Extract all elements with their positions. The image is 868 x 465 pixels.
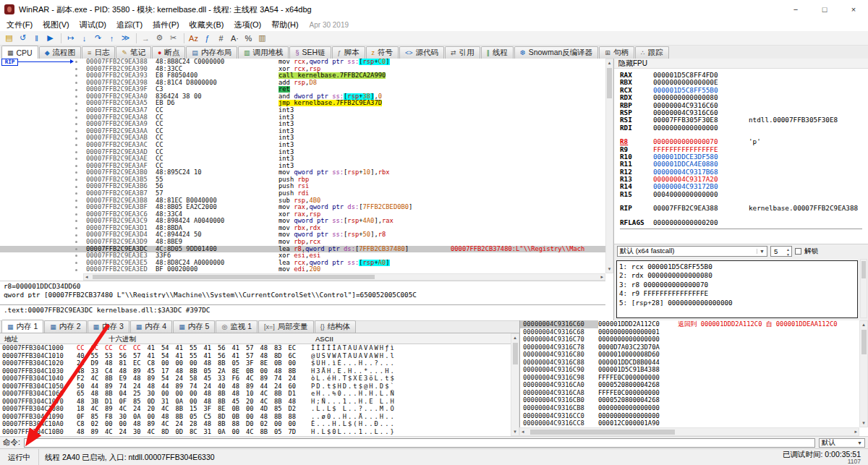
dump-row[interactable]: 00007FFB304C102024D94881ECC8000000488B05… [0,359,511,367]
dump-row[interactable]: 00007FFB304C1070483BD10F850D310A00488B45… [0,398,511,406]
bottom-tab-内存 2[interactable]: ▦内存 2 [44,320,86,333]
args-row[interactable]: 1: rcx 000001D5C8FF55B0 [619,263,855,271]
args-row[interactable]: 2: rdx 0000000000000080 [619,271,855,280]
step-out-icon[interactable]: ↑ [106,32,118,44]
trace-icon[interactable]: → [140,32,152,44]
tab-脚本[interactable]: ƒ脚本 [332,46,365,59]
stack-vertical-scrollbar[interactable]: ▴ ▾ [859,320,868,427]
memory-dump-view[interactable]: 地址 十六进制 ASCII 00007FFB304C1000CCCCCCCCCC… [0,333,511,436]
maximize-icon[interactable]: □ [810,0,839,19]
menu-item-调试D[interactable]: 调试(D) [75,20,111,30]
dump-row[interactable]: 00007FFB304C10304833C448894517488B052A8E… [0,367,511,375]
register-row[interactable]: RIP00007FFB2C9EA388kernelbase.00007FFB2C… [620,205,868,212]
stack-row[interactable]: 00000004C9316CB80000000000000000 [520,404,859,412]
help-book-icon[interactable]: ▥ [256,32,268,44]
step-into-icon[interactable]: ↓ [78,32,90,44]
menu-item-视图V[interactable]: 视图(V) [38,20,75,30]
stack-row[interactable]: 00000004C9316C98FFFFE0C000000000 [520,374,859,382]
stack-row[interactable]: 00000004C9316CC8000012C000001A90 [520,419,859,427]
restart-icon[interactable]: ↺ [17,32,29,44]
dump-row[interactable]: 00007FFB304C10B048894C24304C8D0D8C310A00… [0,428,511,436]
tab-内存布局[interactable]: ▤内存布局 [186,46,237,59]
menu-item-选项O[interactable]: 选项(O) [229,20,266,30]
disasm-row[interactable]: 00007FFB2C9EA3EDBF 00020000mov edi,200 [0,266,605,273]
menu-item-帮助H[interactable]: 帮助(H) [266,20,303,30]
args-vertical-scrollbar[interactable] [860,259,867,318]
argument-count-spinner[interactable]: 5 ▲▼ [770,246,792,257]
dump-row[interactable]: 00007FFB304C1080184C894C24204C8B153F8E0B… [0,405,511,413]
stack-row[interactable]: 00000004C9316C60000001DDD2A112C0返回到 0000… [520,320,859,328]
bottom-tab-内存 1[interactable]: ▦内存 1 [1,320,43,333]
calculator-icon[interactable]: % [242,32,255,44]
menu-item-收藏夹B[interactable]: 收藏夹(B) [184,20,229,30]
unlock-checkbox[interactable] [795,248,801,255]
stack-row[interactable]: 00000004C9316CA00000520800004268 [520,381,859,389]
stack-row[interactable]: 00000004C9316C780000D7A03C23D70A [520,344,859,351]
disasm-vertical-scrollbar[interactable]: ▴ ▾ [605,59,613,273]
stack-row[interactable]: 00000004C9316CB00000520800004268 [520,396,859,404]
pause-icon[interactable]: ‖ [30,32,43,44]
run-icon[interactable]: ▶ [44,32,56,44]
step-over-icon[interactable]: ↷ [92,32,104,44]
register-row[interactable]: RDX0000000000000080 [620,94,868,101]
command-input[interactable] [24,438,815,448]
menu-item-插件P[interactable]: 插件(P) [148,20,184,30]
register-row[interactable]: R80000000000000070'p' [620,138,868,145]
stack-horizontal-scrollbar[interactable]: ◂ ▸ [519,427,859,436]
tab-笔记[interactable]: ✎笔记 [116,46,151,59]
bottom-tab-内存 4[interactable]: ▦内存 4 [130,320,172,333]
stack-row[interactable]: 00000004C9316C88000001DDCD8B0044 [520,359,859,367]
dump-row[interactable]: 00007FFB304C10900F85F8300A00488B05C58D0B… [0,413,511,421]
assemble-icon[interactable]: # [215,32,227,44]
scissors-icon[interactable]: ✂ [167,32,179,44]
tab-调用堆栈[interactable]: ▥调用堆栈 [238,46,289,59]
args-row[interactable]: 4: r9 FFFFFFFFFFFFFFFE [619,289,855,298]
stack-view[interactable]: 00000004C9316C60000001DDD2A112C0返回到 0000… [519,320,859,427]
tab-CPU[interactable]: ▦CPU [1,46,38,59]
tab-断点[interactable]: ●断点 [152,46,185,59]
function-icon[interactable]: ƒ [201,32,213,44]
tab-Snowman反编译器[interactable]: ❆Snowman反编译器 [514,46,598,59]
tab-句柄[interactable]: ⊞句柄 [599,46,634,59]
menu-item-文件F[interactable]: 文件(F) [1,20,38,30]
run-to-user-code-icon[interactable]: ↦ [64,32,77,44]
dump-row[interactable]: 00007FFB304C10A0C802000048894C2428488B88… [0,420,511,428]
tab-流程图[interactable]: ◆流程图 [39,46,81,59]
dump-row[interactable]: 00007FFB304C1050504489742448448974244048… [0,383,511,391]
menu-item-追踪T[interactable]: 追踪(T) [111,20,148,30]
command-profile-select[interactable]: 默认 ▼ [819,438,865,448]
bottom-tab-结构体[interactable]: {}结构体 [315,320,357,333]
register-row[interactable]: RDI0000000000000000 [620,124,868,132]
bottom-tab-局部变量[interactable]: [x=]局部变量 [258,320,314,333]
args-row[interactable]: 5: [rsp+28] 0000000000000000 [619,299,855,307]
dump-row[interactable]: 00007FFB304C106065488B042530000000488B48… [0,390,511,398]
stack-row[interactable]: 00000004C9316C700000000000000000 [520,336,859,344]
stack-row[interactable]: 00000004C9316C680000000000000001 [520,328,859,336]
tab-SEH链[interactable]: §SEH链 [289,46,331,59]
dump-row[interactable]: 00007FFB304C1000CCCCCCCCCC41544155415641… [0,344,511,352]
dump-vertical-scrollbar[interactable]: ▴ ▾ [511,333,519,436]
dump-row[interactable]: 00007FFB304C1010405553565741544155415641… [0,352,511,360]
font-icon[interactable]: A· [229,32,241,44]
tab-跟踪[interactable]: ∴跟踪 [635,46,669,59]
settings-icon[interactable]: ⚙ [153,32,166,44]
tab-线程[interactable]: ∥线程 [481,46,514,59]
bottom-tab-内存 5[interactable]: ▦内存 5 [173,320,215,333]
args-row[interactable]: 3: r8 0000000000000070 [619,281,855,289]
hide-fpu-button[interactable]: 隐藏FPU [614,59,868,69]
arguments-list[interactable]: 1: rcx 000001D5C8FF55B02: rdx 0000000000… [616,260,858,318]
register-row[interactable]: RFLAGS0000000000000200 [620,219,868,226]
stack-row[interactable]: 00000004C9316C800000010000008D60 [520,351,859,359]
stack-row[interactable]: 00000004C9316CA8FFFFE0C000000000 [520,389,859,397]
open-file-icon[interactable]: ▤ [3,32,15,44]
tab-日志[interactable]: ≡日志 [82,46,115,59]
animate-into-icon[interactable]: ≫ [119,32,132,44]
tab-引用[interactable]: ⇄引用 [445,46,480,59]
tab-源代码[interactable]: <>源代码 [399,46,444,59]
stack-row[interactable]: 00000004C9316C90000001D5C91B4388 [520,366,859,374]
find-strings-icon[interactable]: Az [187,32,200,44]
disasm-horizontal-scrollbar[interactable]: ◂ ▸ [83,273,605,281]
register-row[interactable]: R150004000000000000 [620,191,868,198]
bottom-tab-内存 3[interactable]: ▦内存 3 [88,320,129,333]
close-icon[interactable]: × [839,0,868,19]
